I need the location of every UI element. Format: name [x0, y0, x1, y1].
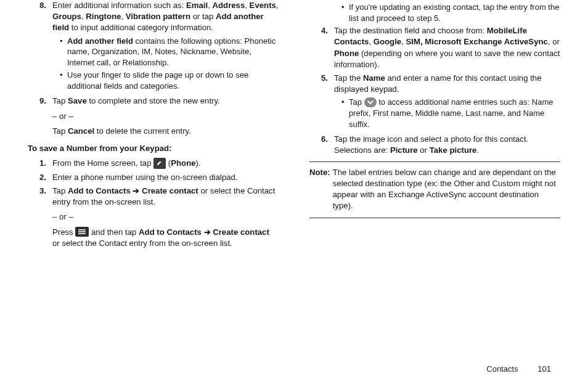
picture-label: Picture [390, 145, 418, 155]
text: to complete and store the new entry. [87, 96, 220, 105]
step-number: 5. [309, 73, 334, 131]
add-another-field-bold: Add another field [67, 36, 133, 46]
svg-rect-2 [78, 229, 86, 231]
text: . [476, 145, 479, 155]
arrow-icon: ➔ [202, 227, 213, 237]
create-contact-label: Create contact [142, 186, 198, 195]
step-body: Enter additional information such as: Em… [52, 0, 279, 93]
text: (depending on where you want to save the… [334, 49, 560, 69]
add-to-contacts-label: Add to Contacts [139, 227, 202, 237]
take-picture-label: Take picture [430, 145, 477, 155]
left-column: 8. Enter additional information such as:… [28, 0, 279, 351]
page: 8. Enter additional information such as:… [0, 0, 588, 392]
cancel-label: Cancel [68, 126, 94, 136]
create-contact-label: Create contact [213, 227, 269, 237]
sub-bullet-body: Use your finger to slide the page up or … [67, 70, 279, 91]
step-number: 9. [28, 96, 52, 137]
footer-section: Contacts [486, 364, 518, 374]
sub-bullet: • If you're updating an existing contact… [341, 2, 560, 23]
field-address: Address [213, 1, 245, 10]
step-number: 3. [28, 186, 52, 249]
step-4: 4. Tap the destination field and choose … [309, 25, 560, 70]
text: Tap the [334, 73, 363, 83]
or-separator: – or – [52, 211, 279, 223]
sub-bullet-body: Tap to access additional name entries su… [349, 97, 560, 129]
step-body: Tap the destination field and choose fro… [334, 25, 560, 70]
bullet-dot: • [60, 36, 67, 68]
step-5: 5. Tap the Name and enter a name for thi… [309, 73, 560, 131]
note-body: The label entries below can change and a… [333, 167, 560, 212]
phone-label: Phone [171, 158, 195, 168]
step-body: Tap the Name and enter a name for this c… [334, 73, 560, 131]
text: Tap [349, 97, 364, 107]
field-email: Email [186, 1, 208, 10]
keypad-step-1: 1. From the Home screen, tap (Phone). [28, 158, 279, 169]
add-to-contacts-label: Add to Contacts [68, 186, 131, 195]
step-body: Tap Save to complete and store the new e… [52, 96, 279, 137]
rule-bottom [309, 218, 560, 218]
sub-bullet: • Use your finger to slide the page up o… [60, 70, 279, 91]
text: to delete the current entry. [94, 126, 191, 136]
chevron-down-icon [364, 97, 377, 107]
field-ringtone: Ringtone [86, 12, 121, 21]
dest-phone: Phone [334, 49, 359, 58]
page-footer: Contacts 101 [486, 364, 551, 375]
text: Tap [52, 186, 68, 195]
save-label: Save [68, 96, 87, 105]
text: Tap the destination field and choose fro… [334, 26, 487, 35]
svg-rect-5 [364, 97, 377, 107]
field-vibration: Vibration pattern [126, 12, 190, 21]
keypad-step-3: 3. Tap Add to Contacts ➔ Create contact … [28, 186, 279, 249]
text: Enter additional information such as: [52, 1, 186, 10]
right-column: • If you're updating an existing contact… [309, 0, 560, 351]
text: From the Home screen, tap [52, 158, 153, 168]
text: or select the Contact entry from the on-… [52, 239, 232, 248]
text: ). [196, 158, 201, 168]
step-number: 4. [309, 25, 334, 70]
sub-bullet-body: Add another field contains the following… [67, 36, 279, 68]
phone-icon [153, 158, 166, 169]
text: Tap [52, 96, 68, 105]
text: Press [52, 227, 75, 237]
field-groups: Groups [52, 12, 81, 21]
text: and then tap [89, 227, 139, 237]
step-number: 2. [28, 172, 52, 183]
dest-google: Google [374, 37, 401, 46]
two-column-layout: 8. Enter additional information such as:… [28, 0, 560, 351]
arrow-icon: ➔ [131, 186, 142, 195]
note-block: Note: The label entries below can change… [309, 167, 560, 212]
menu-icon [75, 227, 89, 237]
rule-top [309, 161, 560, 162]
text: Tap [52, 126, 68, 136]
step-body: From the Home screen, tap (Phone). [52, 158, 279, 169]
alt-line: Press and then tap Add to Contacts ➔ Cre… [52, 227, 279, 249]
step-body: Tap the image icon and select a photo fo… [334, 134, 560, 156]
note-label: Note: [309, 167, 333, 212]
or-separator: – or – [52, 111, 279, 122]
keypad-step-2: 2. Enter a phone number using the on-scr… [28, 172, 279, 183]
sub-bullet-body: If you're updating an existing contact, … [349, 2, 560, 23]
dest-sim-exchange: SIM, Microsoft Exchange ActiveSync [406, 37, 548, 46]
text: to access additional name entries such a… [349, 97, 553, 128]
text: or [418, 145, 430, 155]
step-body: Enter a phone number using the on-screen… [52, 172, 279, 183]
step-number: 8. [28, 0, 52, 93]
step-9: 9. Tap Save to complete and store the ne… [28, 96, 279, 137]
field-events: Events [250, 1, 276, 10]
step-number: 6. [309, 134, 334, 156]
step-number: 1. [28, 158, 52, 169]
step-8: 8. Enter additional information such as:… [28, 0, 279, 93]
text: to input additional category information… [69, 23, 213, 32]
text: or tap [190, 12, 216, 21]
bullet-dot: • [341, 97, 349, 129]
continued-indent: • If you're updating an existing contact… [334, 2, 560, 23]
sub-bullet: • Add another field contains the followi… [60, 36, 279, 68]
alt-line: Tap Cancel to delete the current entry. [52, 126, 279, 137]
bullet-dot: • [341, 2, 349, 23]
name-label: Name [363, 73, 385, 83]
svg-rect-4 [78, 234, 86, 235]
step-body: Tap Add to Contacts ➔ Create contact or … [52, 186, 279, 249]
bullet-dot: • [60, 70, 67, 91]
step-6: 6. Tap the image icon and select a photo… [309, 134, 560, 156]
footer-page-number: 101 [537, 364, 551, 374]
